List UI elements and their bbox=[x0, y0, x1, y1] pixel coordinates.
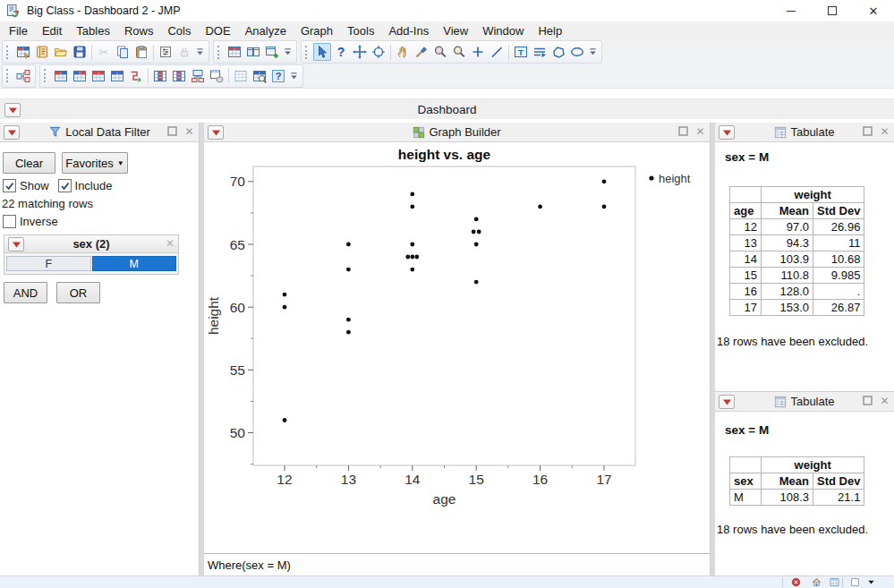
new-journal-icon[interactable] bbox=[33, 43, 51, 61]
arrow-tool-icon[interactable] bbox=[313, 43, 331, 61]
menu-item-edit[interactable]: Edit bbox=[35, 21, 69, 40]
include-label[interactable]: Include bbox=[75, 179, 113, 192]
menu-item-file[interactable]: File bbox=[2, 21, 35, 40]
paste-icon[interactable] bbox=[132, 43, 150, 61]
data-point[interactable] bbox=[346, 318, 351, 322]
data-point[interactable] bbox=[410, 268, 414, 272]
brush-tool-icon[interactable] bbox=[413, 43, 430, 61]
data-point[interactable] bbox=[472, 230, 476, 234]
maximize-panel-icon[interactable] bbox=[861, 394, 874, 407]
menu-item-window[interactable]: Window bbox=[475, 21, 531, 40]
data-point[interactable] bbox=[602, 205, 607, 209]
table-tree-icon[interactable] bbox=[14, 67, 32, 85]
menu-item-view[interactable]: View bbox=[436, 21, 475, 40]
toolbar-overflow-icon[interactable] bbox=[194, 43, 206, 61]
toolbar-grip-handle[interactable] bbox=[6, 46, 11, 59]
maximize-button[interactable] bbox=[812, 0, 853, 21]
menu-item-rows[interactable]: Rows bbox=[117, 21, 161, 40]
annotate-plus-icon[interactable] bbox=[469, 43, 487, 61]
data-point[interactable] bbox=[474, 243, 479, 247]
help-tool-icon[interactable]: ? bbox=[332, 43, 350, 61]
status-menu-icon[interactable] bbox=[864, 576, 877, 588]
data-point[interactable] bbox=[410, 255, 414, 260]
merge-tables-icon[interactable] bbox=[170, 67, 188, 85]
menu-item-add-ins[interactable]: Add-Ins bbox=[381, 21, 436, 40]
magnifier-tool-icon[interactable] bbox=[450, 43, 468, 61]
toolbar-overflow-icon[interactable] bbox=[288, 67, 300, 85]
table-search-icon[interactable] bbox=[251, 67, 268, 85]
close-button[interactable]: ✕ bbox=[853, 0, 894, 21]
close-panel-icon[interactable]: ✕ bbox=[878, 124, 891, 138]
toolbar-grip-handle[interactable] bbox=[6, 69, 11, 82]
filter-value-f[interactable]: F bbox=[6, 256, 91, 271]
copy-icon[interactable] bbox=[114, 43, 132, 61]
layout-windows-icon[interactable] bbox=[244, 43, 262, 61]
menu-item-doe[interactable]: DOE bbox=[198, 21, 237, 40]
data-point[interactable] bbox=[283, 418, 287, 422]
concatenate-tables-icon[interactable] bbox=[151, 67, 169, 85]
menu-item-tables[interactable]: Tables bbox=[69, 21, 117, 40]
add-to-journal-icon[interactable] bbox=[263, 43, 281, 61]
window-list-icon[interactable] bbox=[828, 576, 840, 588]
split-tables-icon[interactable] bbox=[71, 67, 89, 85]
summary-table-icon[interactable] bbox=[189, 67, 207, 85]
error-status-icon[interactable] bbox=[789, 576, 802, 588]
data-point[interactable] bbox=[477, 230, 481, 234]
data-point[interactable] bbox=[474, 217, 479, 222]
and-button[interactable]: AND bbox=[4, 282, 47, 303]
new-data-table-icon[interactable] bbox=[14, 43, 32, 61]
scatter-plot[interactable]: height vs. age1213141516175055606570ageh… bbox=[204, 142, 710, 552]
menu-item-graph[interactable]: Graph bbox=[294, 21, 340, 40]
data-point[interactable] bbox=[410, 192, 414, 197]
close-panel-icon[interactable]: ✕ bbox=[183, 124, 196, 138]
lock-icon[interactable] bbox=[175, 43, 193, 61]
menu-item-tools[interactable]: Tools bbox=[340, 21, 381, 40]
legend[interactable]: height bbox=[649, 172, 690, 185]
data-table-properties-icon[interactable] bbox=[157, 43, 175, 61]
toolbar-grip-handle[interactable] bbox=[44, 69, 48, 82]
data-point[interactable] bbox=[474, 280, 479, 285]
toolbar-grip-handle[interactable] bbox=[305, 46, 310, 59]
toolbar-overflow-icon[interactable] bbox=[282, 43, 294, 61]
text-annotation-icon[interactable]: T bbox=[512, 43, 530, 61]
stack-tables-icon[interactable] bbox=[52, 67, 70, 85]
close-panel-icon[interactable]: ✕ bbox=[694, 124, 707, 138]
new-journal-page-icon[interactable] bbox=[226, 43, 243, 61]
favorites-button[interactable]: Favorites ▼ bbox=[62, 152, 128, 174]
remove-filter-icon[interactable]: ✕ bbox=[166, 237, 175, 250]
home-icon[interactable] bbox=[810, 576, 822, 588]
grid-icon[interactable] bbox=[232, 67, 250, 85]
data-point[interactable] bbox=[410, 243, 414, 247]
status-checkbox-icon[interactable] bbox=[848, 576, 861, 588]
selection-tool-icon[interactable] bbox=[370, 43, 387, 61]
data-point[interactable] bbox=[283, 293, 287, 297]
data-point[interactable] bbox=[405, 255, 410, 260]
join-tables-icon[interactable] bbox=[89, 67, 107, 85]
menu-item-analyze[interactable]: Analyze bbox=[238, 21, 294, 40]
include-checkbox[interactable] bbox=[58, 179, 72, 192]
menu-item-cols[interactable]: Cols bbox=[160, 21, 198, 40]
filter-value-m[interactable]: M bbox=[92, 256, 177, 271]
menu-item-help[interactable]: Help bbox=[531, 21, 569, 40]
data-point[interactable] bbox=[538, 205, 542, 209]
show-checkbox[interactable] bbox=[3, 179, 16, 192]
data-point[interactable] bbox=[346, 243, 351, 247]
data-point[interactable] bbox=[414, 255, 419, 260]
close-panel-icon[interactable]: ✕ bbox=[878, 394, 891, 407]
maximize-panel-icon[interactable] bbox=[166, 124, 179, 138]
line-annotation-icon[interactable] bbox=[488, 43, 506, 61]
help-window-icon[interactable]: ? bbox=[269, 67, 287, 85]
save-icon[interactable] bbox=[71, 43, 89, 61]
clear-button[interactable]: Clear bbox=[3, 152, 55, 174]
open-icon[interactable] bbox=[52, 43, 70, 61]
red-triangle-menu-sex[interactable] bbox=[8, 237, 24, 251]
data-point[interactable] bbox=[410, 205, 414, 209]
transpose-table-icon[interactable] bbox=[127, 67, 145, 85]
maximize-panel-icon[interactable] bbox=[677, 124, 690, 138]
data-point[interactable] bbox=[346, 330, 351, 335]
data-point[interactable] bbox=[283, 305, 287, 310]
grabber-tool-icon[interactable] bbox=[394, 43, 412, 61]
data-point[interactable] bbox=[346, 268, 351, 272]
minimize-button[interactable]: ─ bbox=[771, 0, 812, 21]
cut-icon[interactable]: ✂ bbox=[95, 43, 113, 61]
